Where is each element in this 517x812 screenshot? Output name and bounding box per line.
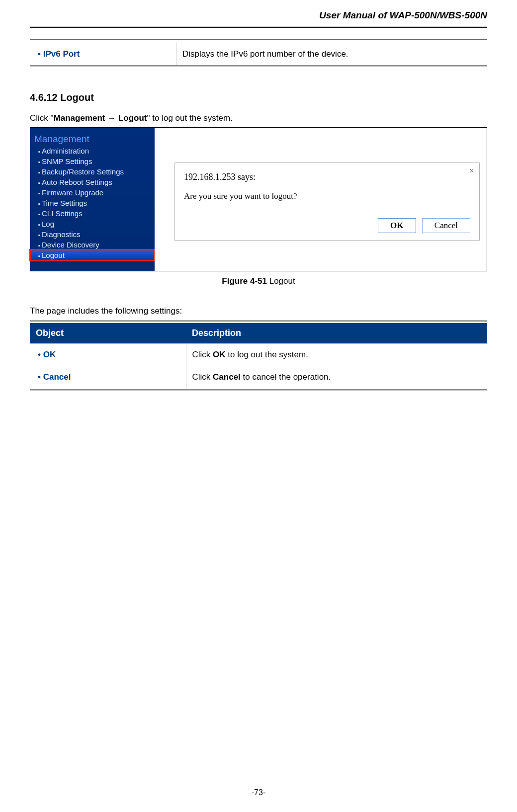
sidebar-item-snmp-settings[interactable]: SNMP Settings <box>30 156 155 166</box>
section-heading: 4.6.12 Logout <box>30 92 487 103</box>
object-cell: OK <box>30 344 186 366</box>
confirm-dialog: × 192.168.1.253 says: Are you sure you w… <box>174 162 480 241</box>
settings-table: Object Description OKClick OK to log out… <box>30 323 487 388</box>
sidebar-item-auto-reboot-settings[interactable]: Auto Reboot Settings <box>30 177 155 187</box>
page-header-title: User Manual of WAP-500N/WBS-500N <box>30 0 487 28</box>
instruction-paragraph: Click "Management → Logout" to log out t… <box>30 113 487 123</box>
sidebar-item-time-settings[interactable]: Time Settings <box>30 198 155 208</box>
sidebar-item-device-discovery[interactable]: Device Discovery <box>30 240 155 250</box>
sidebar-item-logout[interactable]: Logout <box>30 250 155 260</box>
instruction-path: Management → Logout <box>54 113 147 123</box>
sidebar-heading: Management <box>30 132 155 146</box>
description-cell: Click OK to log out the system. <box>186 344 487 366</box>
table-row: CancelClick Cancel to cancel the operati… <box>30 366 487 389</box>
cancel-button[interactable]: Cancel <box>422 218 470 233</box>
column-header-description: Description <box>186 323 487 344</box>
dialog-message: Are you sure you want to logout? <box>184 191 470 201</box>
figure-caption: Figure 4-51 Logout <box>30 276 487 286</box>
section-number: 4.6.12 <box>30 92 58 103</box>
management-sidebar: Management AdministrationSNMP SettingsBa… <box>30 128 155 271</box>
sidebar-item-log[interactable]: Log <box>30 219 155 229</box>
page-number: -73- <box>0 788 517 797</box>
column-header-object: Object <box>30 323 186 344</box>
ok-button[interactable]: OK <box>378 218 416 233</box>
sidebar-item-administration[interactable]: Administration <box>30 146 155 156</box>
dialog-area: × 192.168.1.253 says: Are you sure you w… <box>155 128 487 271</box>
ipv6-port-description: Displays the IPv6 port number of the dev… <box>176 43 487 65</box>
figure-caption-text: Logout <box>267 276 295 286</box>
dialog-source-text: 192.168.1.253 says: <box>184 172 470 182</box>
instruction-prefix: Click " <box>30 113 54 123</box>
object-cell: Cancel <box>30 366 186 389</box>
settings-intro-text: The page includes the following settings… <box>30 306 487 316</box>
description-cell: Click Cancel to cancel the operation. <box>186 366 487 389</box>
figure-screenshot: Management AdministrationSNMP SettingsBa… <box>30 127 487 271</box>
instruction-suffix: " to log out the system. <box>147 113 233 123</box>
section-title: Logout <box>60 92 94 103</box>
sidebar-item-firmware-upgrade[interactable]: Firmware Upgrade <box>30 187 155 198</box>
close-icon[interactable]: × <box>469 166 474 176</box>
table-row: OKClick OK to log out the system. <box>30 344 487 366</box>
sidebar-item-diagnostics[interactable]: Diagnostics <box>30 229 155 240</box>
figure-caption-number: Figure 4-51 <box>222 276 267 286</box>
sidebar-item-backup-restore-settings[interactable]: Backup/Restore Settings <box>30 166 155 177</box>
sidebar-item-cli-settings[interactable]: CLI Settings <box>30 208 155 219</box>
ipv6-port-label: IPv6 Port <box>30 43 176 65</box>
